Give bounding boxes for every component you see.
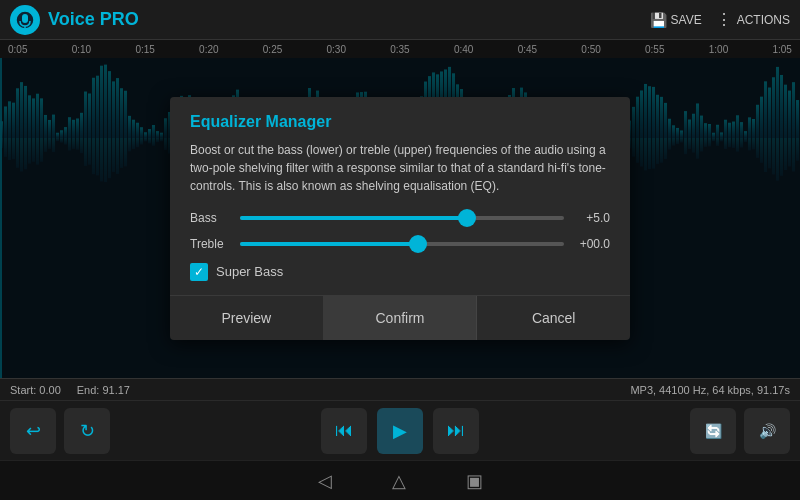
- fast-forward-icon: ⏭: [447, 420, 465, 441]
- modal-title: Equalizer Manager: [190, 113, 610, 131]
- treble-slider-thumb[interactable]: [409, 235, 427, 253]
- equalizer-modal: Equalizer Manager Boost or cut the bass …: [170, 97, 630, 340]
- actions-button[interactable]: ⋮ ACTIONS: [716, 10, 790, 29]
- left-controls: ↩ ↻: [10, 408, 110, 454]
- app-title-prefix: Voice: [48, 9, 100, 29]
- undo-icon: ↩: [26, 420, 41, 442]
- save-icon: 💾: [650, 12, 667, 28]
- treble-slider-track: [240, 242, 564, 246]
- save-button[interactable]: 💾 SAVE: [650, 12, 702, 28]
- modal-overlay: Equalizer Manager Boost or cut the bass …: [0, 58, 800, 378]
- rewind-button[interactable]: ⏮: [321, 408, 367, 454]
- back-nav-button[interactable]: ◁: [318, 470, 332, 492]
- waveform-area[interactable]: (function(){ const g = document.getEleme…: [0, 58, 800, 378]
- bottom-nav: ◁ △ ▣: [0, 460, 800, 500]
- controls-row: ↩ ↻ ⏮ ▶ ⏭ 🔄 🔊: [0, 400, 800, 460]
- play-button[interactable]: ▶: [377, 408, 423, 454]
- actions-dots-icon: ⋮: [716, 10, 733, 29]
- bass-value: +5.0: [572, 211, 610, 225]
- rewind-icon: ⏮: [335, 420, 353, 441]
- treble-slider-row: Treble +00.0: [190, 237, 610, 251]
- bass-label: Bass: [190, 211, 232, 225]
- loop-icon: 🔄: [705, 423, 722, 439]
- treble-label: Treble: [190, 237, 232, 251]
- treble-value: +00.0: [572, 237, 610, 251]
- volume-icon: 🔊: [759, 423, 776, 439]
- svg-rect-1: [22, 14, 28, 23]
- home-nav-button[interactable]: △: [392, 470, 406, 492]
- recent-nav-icon: ▣: [466, 471, 483, 491]
- actions-label: ACTIONS: [737, 13, 790, 27]
- recent-nav-button[interactable]: ▣: [466, 470, 483, 492]
- right-controls: 🔄 🔊: [690, 408, 790, 454]
- bass-slider-thumb[interactable]: [458, 209, 476, 227]
- fast-forward-button[interactable]: ⏭: [433, 408, 479, 454]
- refresh-button[interactable]: ↻: [64, 408, 110, 454]
- undo-button[interactable]: ↩: [10, 408, 56, 454]
- super-bass-row[interactable]: ✓ Super Bass: [190, 263, 610, 281]
- app-title: Voice PRO: [48, 9, 139, 30]
- app-logo: Voice PRO: [10, 5, 139, 35]
- file-info: MP3, 44100 Hz, 64 kbps, 91.17s: [630, 384, 790, 396]
- app-logo-icon: [10, 5, 40, 35]
- bass-slider-track: [240, 216, 564, 220]
- bass-slider-fill: [240, 216, 467, 220]
- modal-buttons: Preview Confirm Cancel: [170, 295, 630, 340]
- volume-button[interactable]: 🔊: [744, 408, 790, 454]
- refresh-icon: ↻: [80, 420, 95, 442]
- loop-button[interactable]: 🔄: [690, 408, 736, 454]
- top-bar-right: 💾 SAVE ⋮ ACTIONS: [650, 10, 790, 29]
- bass-slider-row: Bass +5.0: [190, 211, 610, 225]
- back-nav-icon: ◁: [318, 471, 332, 491]
- treble-slider-fill: [240, 242, 418, 246]
- transport-controls: ⏮ ▶ ⏭: [321, 408, 479, 454]
- top-bar: Voice PRO 💾 SAVE ⋮ ACTIONS: [0, 0, 800, 40]
- start-time: Start: 0.00: [10, 384, 61, 396]
- preview-button[interactable]: Preview: [170, 296, 324, 340]
- home-nav-icon: △: [392, 471, 406, 491]
- timeline-marks: 0:05 0:10 0:15 0:20 0:25 0:30 0:35 0:40 …: [8, 44, 792, 55]
- super-bass-label: Super Bass: [216, 264, 283, 279]
- play-icon: ▶: [393, 420, 407, 442]
- save-label: SAVE: [671, 13, 702, 27]
- cancel-button[interactable]: Cancel: [477, 296, 630, 340]
- app-title-suffix: PRO: [100, 9, 139, 29]
- end-time: End: 91.17: [77, 384, 130, 396]
- info-bar: Start: 0.00 End: 91.17 MP3, 44100 Hz, 64…: [0, 378, 800, 400]
- super-bass-checkbox[interactable]: ✓: [190, 263, 208, 281]
- timeline-ruler: 0:05 0:10 0:15 0:20 0:25 0:30 0:35 0:40 …: [0, 40, 800, 58]
- modal-description: Boost or cut the bass (lower) or treble …: [190, 141, 610, 195]
- confirm-button[interactable]: Confirm: [324, 296, 478, 340]
